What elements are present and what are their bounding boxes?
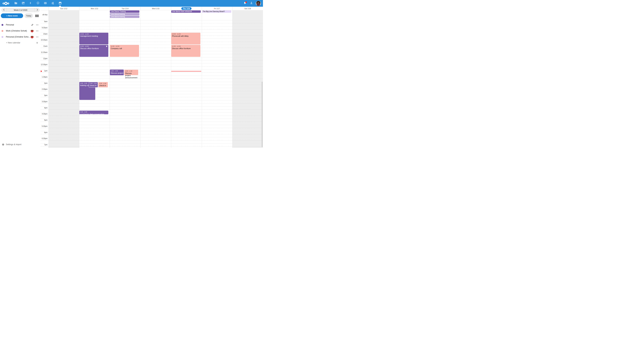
event-title: Discuss office furniture [172, 47, 191, 49]
contacts-icon [51, 1, 54, 5]
settings-import-button[interactable]: Settings & import [2, 142, 22, 147]
event-title: check-in [99, 84, 106, 86]
sidebar-calendar-3[interactable]: Personal (Christine Scho… [0, 34, 40, 40]
unread-badge [245, 1, 247, 3]
time-label: 6:30pm [40, 137, 48, 140]
calendar-menu-button[interactable] [36, 36, 38, 37]
event[interactable]: 1:00 - 1:30Discuss project announcement [110, 69, 124, 75]
notifications-button[interactable] [243, 1, 247, 5]
gridline-solid [40, 20, 263, 20]
time-label: 11:30am [40, 51, 48, 54]
gridline-solid [40, 51, 263, 51]
view-toggle-button[interactable] [36, 14, 38, 18]
day-header-tue[interactable]: Tue 1/14 [110, 7, 140, 10]
day-header-mon[interactable]: Mon 1/13 [79, 7, 110, 10]
user-avatar[interactable] [256, 1, 261, 6]
event[interactable]: 10:00 - 11:00management meeting [79, 33, 108, 44]
event-time: 2:00 - 2:30 [90, 83, 97, 84]
event[interactable]: 2:00 - 2:30check-in [98, 82, 108, 88]
app-activity-button[interactable] [27, 0, 34, 7]
gridline-solid [40, 112, 263, 113]
owner-avatar [31, 29, 34, 32]
time-label: 9am [40, 20, 48, 23]
allday-event[interactable]: Line dance training [110, 13, 139, 15]
plus-icon [36, 42, 38, 44]
allday-event[interactable]: Line Dance Training [110, 10, 139, 13]
app-mail-button[interactable] [42, 0, 49, 7]
app-files-button[interactable] [12, 0, 20, 7]
time-label: 11am [40, 45, 48, 48]
vertical-scrollbar[interactable] [262, 82, 263, 147]
gridline-solid [40, 82, 263, 82]
event[interactable]: 1:00 - 1:30Discuss project announcement [124, 69, 138, 75]
calendar-color-dot [2, 24, 3, 26]
time-label: 5:30pm [40, 125, 48, 128]
day-header-label: Sat 1/18 [244, 7, 251, 9]
gridline-dotted [40, 140, 263, 140]
app-calendar-button[interactable] [56, 0, 64, 7]
event[interactable]: 11:00 - 12:00Discuss office furniture [79, 45, 108, 57]
column-separator [140, 7, 140, 148]
gridline-dotted [40, 109, 263, 110]
allday-event[interactable]: Line dance training [110, 15, 139, 18]
app-talk-button[interactable] [34, 0, 42, 7]
event-title: training call [80, 84, 90, 86]
gridline-dotted [40, 54, 263, 54]
calendar-name: Personal [6, 24, 31, 26]
gridline-dotted [40, 103, 263, 103]
day-header-thu[interactable]: Thu 1/16 [171, 7, 202, 10]
current-time-arrow [41, 70, 42, 72]
time-label: 4pm [40, 106, 48, 109]
previous-week-button[interactable] [1, 8, 6, 12]
new-event-button[interactable]: + New event [1, 13, 23, 18]
day-header-sat[interactable]: Sat 1/18 [232, 7, 263, 10]
gridline-solid [40, 45, 263, 45]
folder-icon [14, 1, 18, 5]
new-calendar-button[interactable]: + New calendar [0, 40, 40, 46]
event[interactable]: 11:00 - 12:00Company call [110, 45, 139, 57]
column-separator [202, 7, 202, 148]
gridline-dotted [40, 48, 263, 48]
event[interactable]: 11:00 - 12:00Discuss office furniture [171, 45, 200, 57]
day-header-sun[interactable]: Sun 1/12 [48, 7, 79, 10]
next-week-button[interactable] [35, 8, 40, 12]
event[interactable]: 2:00 - 2:30check-in [89, 82, 98, 88]
app-photos-button[interactable] [20, 0, 27, 7]
day-header-label: Sun 1/12 [60, 7, 67, 9]
event-time: 10:00 - 11:00 [80, 33, 108, 35]
app-contacts-button[interactable] [49, 0, 56, 7]
all-day-label: all-day [40, 14, 48, 15]
gridline-solid [40, 63, 263, 63]
calendar-name: Personal (Christine Scho… [6, 36, 31, 38]
allday-event[interactable]: The Big Line Dancing Show!!! [202, 10, 232, 13]
contacts-menu-button[interactable] [249, 1, 254, 5]
settings-import-label: Settings & import [6, 143, 22, 146]
sidebar-calendar-1[interactable]: Personal [0, 22, 40, 28]
event-time: 11:00 - 12:00 [111, 45, 138, 47]
today-button[interactable]: Today [24, 13, 33, 18]
event[interactable]: 4:20 - 4:40purchasing dept conversation [79, 111, 108, 114]
share-link-icon[interactable] [31, 24, 34, 26]
person-icon [250, 1, 253, 5]
calendar-actions [31, 29, 38, 32]
day-header-label: Mon 1/13 [91, 7, 98, 9]
event-time: 11:00 - 12:00 [172, 45, 200, 47]
owner-avatar [31, 35, 34, 38]
day-header-wed[interactable]: Wed 1/15 [140, 7, 171, 10]
gridline-dotted [40, 91, 263, 91]
calendar-menu-button[interactable] [36, 24, 38, 25]
app-icon-strip [12, 0, 64, 7]
event[interactable]: 10:00 - 11:00Phonecall with Abby [171, 33, 200, 44]
sidebar-calendar-2[interactable]: Work (Christine Schott) [0, 28, 40, 34]
calendar-menu-button[interactable] [36, 30, 38, 31]
weekend-shading [48, 10, 79, 148]
calendar-week-view: all-day Sun 1/12Mon 1/13Tue 1/14Wed 1/15… [40, 7, 263, 148]
sidebar: Week 3 of 2020 + New event Today Persona… [0, 7, 40, 148]
nextcloud-logo-icon[interactable] [2, 1, 10, 5]
time-label: 12:30pm [40, 63, 48, 66]
event-time: 1:00 - 1:30 [111, 70, 123, 72]
time-label: 5pm [40, 119, 48, 121]
allday-event[interactable]: Line dance main rehearsal [171, 10, 201, 13]
day-header-fri[interactable]: Fri 1/17 [202, 7, 232, 10]
calendar-icon [58, 1, 62, 5]
